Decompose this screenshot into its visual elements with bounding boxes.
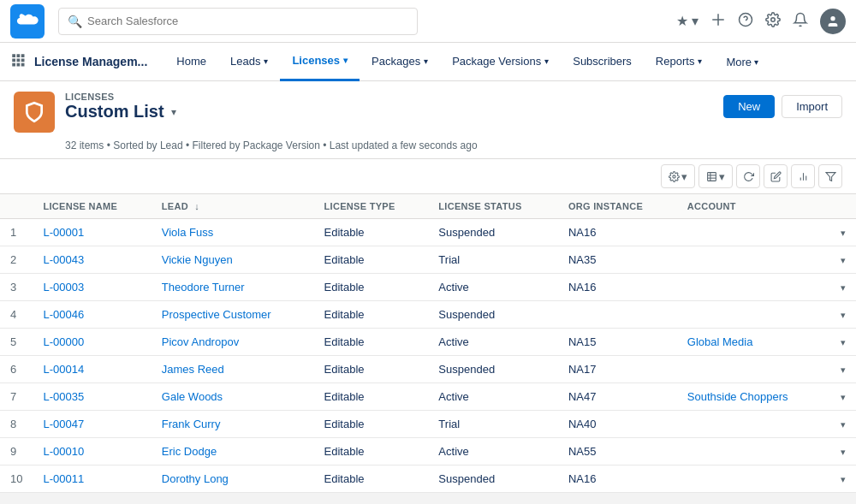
license-name-link[interactable]: L-00047	[43, 418, 84, 430]
license-type-cell: Editable	[314, 465, 429, 493]
license-name-link[interactable]: L-00043	[43, 253, 84, 266]
license-name-link[interactable]: L-00003	[43, 281, 84, 294]
title-dropdown-arrow[interactable]: ▾	[171, 106, 176, 118]
favorites-icon[interactable]: ★ ▾	[676, 13, 698, 29]
add-icon[interactable]	[710, 12, 726, 31]
page-title-area: LICENSES Custom List ▾	[65, 92, 723, 122]
tab-licenses[interactable]: Licenses ▾	[280, 43, 360, 81]
tab-leads[interactable]: Leads ▾	[218, 43, 280, 81]
col-license-status[interactable]: License Status	[428, 194, 558, 219]
table-container: License Name Lead ↓ License Type License…	[0, 194, 856, 493]
tab-home-label: Home	[176, 55, 206, 68]
search-input[interactable]	[87, 15, 408, 27]
lead-link[interactable]: Prospective Customer	[162, 308, 271, 321]
row-dropdown-btn[interactable]: ▾	[841, 447, 846, 457]
col-org-instance[interactable]: Org Instance	[558, 194, 677, 219]
row-dropdown-btn[interactable]: ▾	[841, 255, 846, 265]
lead-link[interactable]: Dorothy Long	[162, 472, 229, 485]
account-link[interactable]: Southside Choppers	[687, 390, 788, 403]
leads-dropdown-arrow: ▾	[264, 56, 268, 66]
chart-btn[interactable]	[791, 164, 815, 188]
breadcrumb: LICENSES	[65, 92, 723, 102]
row-dropdown-btn[interactable]: ▾	[841, 474, 846, 484]
lead-link[interactable]: Eric Dodge	[162, 445, 217, 458]
row-dropdown-btn[interactable]: ▾	[841, 310, 846, 320]
view-toggle-btn[interactable]: ▾	[698, 164, 733, 188]
list-toolbar: ▾ ▾	[0, 159, 856, 194]
col-license-name[interactable]: License Name	[33, 194, 151, 219]
help-icon[interactable]	[738, 12, 753, 31]
tab-packages[interactable]: Packages ▾	[360, 43, 440, 81]
license-status-cell: Active	[428, 383, 558, 411]
row-dropdown-btn[interactable]: ▾	[841, 419, 846, 430]
top-nav: 🔍 ★ ▾	[0, 0, 856, 43]
settings-toolbar-btn[interactable]: ▾	[661, 164, 695, 188]
license-name-link[interactable]: L-00011	[43, 472, 84, 485]
search-bar[interactable]: 🔍	[58, 8, 418, 35]
refresh-btn[interactable]	[736, 164, 760, 188]
avatar[interactable]	[820, 9, 846, 34]
license-status-cell: Suspended	[428, 219, 558, 246]
row-dropdown-btn[interactable]: ▾	[841, 282, 846, 293]
tab-reports[interactable]: Reports ▾	[644, 43, 715, 81]
col-license-type[interactable]: License Type	[314, 194, 429, 219]
tab-package-versions[interactable]: Package Versions ▾	[440, 43, 561, 81]
svg-rect-9	[12, 58, 15, 62]
grid-icon[interactable]	[10, 52, 26, 72]
row-dropdown-btn[interactable]: ▾	[841, 392, 846, 402]
tab-subscribers[interactable]: Subscribers	[561, 43, 644, 81]
new-button[interactable]: New	[723, 95, 775, 118]
table-row: 8 L-00047 Frank Curry Editable Trial NA4…	[0, 411, 856, 438]
row-action-cell: ▾	[829, 246, 856, 274]
license-name-cell: L-00001	[33, 219, 151, 246]
col-account[interactable]: Account	[677, 194, 829, 219]
row-dropdown-btn[interactable]: ▾	[841, 337, 846, 347]
lead-cell: James Reed	[152, 356, 314, 383]
account-cell	[677, 246, 829, 274]
tab-home[interactable]: Home	[164, 43, 218, 81]
row-dropdown-btn[interactable]: ▾	[841, 365, 846, 375]
svg-rect-7	[17, 54, 21, 57]
account-cell: Southside Choppers	[677, 383, 829, 411]
license-type-cell: Editable	[314, 438, 429, 465]
col-lead[interactable]: Lead ↓	[152, 194, 314, 219]
license-type-cell: Editable	[314, 383, 429, 411]
row-action-cell: ▾	[829, 219, 856, 246]
table-row: 2 L-00043 Vickie Nguyen Editable Trial N…	[0, 246, 856, 274]
package-versions-dropdown-arrow: ▾	[544, 56, 549, 66]
lead-link[interactable]: Frank Curry	[162, 418, 221, 430]
salesforce-logo[interactable]	[10, 4, 45, 39]
lead-link[interactable]: Viola Fuss	[162, 226, 213, 239]
license-name-link[interactable]: L-00010	[43, 445, 84, 458]
table-row: 1 L-00001 Viola Fuss Editable Suspended …	[0, 219, 856, 246]
lead-link[interactable]: James Reed	[162, 363, 224, 376]
lead-link[interactable]: Gale Woods	[162, 390, 223, 403]
license-name-cell: L-00000	[33, 329, 151, 356]
account-cell	[677, 411, 829, 438]
row-dropdown-btn[interactable]: ▾	[841, 228, 846, 238]
account-cell	[677, 274, 829, 301]
lead-cell: Prospective Customer	[152, 301, 314, 329]
license-name-cell: L-00014	[33, 356, 151, 383]
license-type-cell: Editable	[314, 411, 429, 438]
import-button[interactable]: Import	[782, 95, 842, 118]
license-name-link[interactable]: L-00001	[43, 226, 84, 239]
settings-icon[interactable]	[765, 12, 781, 31]
edit-btn[interactable]	[764, 164, 788, 188]
row-action-cell: ▾	[829, 465, 856, 493]
lead-link[interactable]: Vickie Nguyen	[162, 253, 233, 266]
notifications-icon[interactable]	[793, 12, 808, 31]
lead-link[interactable]: Theodore Turner	[162, 281, 245, 294]
account-link[interactable]: Global Media	[687, 335, 753, 348]
license-name-link[interactable]: L-00035	[43, 390, 84, 403]
licenses-table: License Name Lead ↓ License Type License…	[0, 194, 856, 493]
license-name-link[interactable]: L-00000	[43, 335, 84, 348]
tab-more[interactable]: More ▾	[714, 43, 770, 81]
lead-link[interactable]: Picov Andropov	[162, 335, 239, 348]
app-nav: License Managem... Home Leads ▾ Licenses…	[0, 43, 856, 81]
table-row: 3 L-00003 Theodore Turner Editable Activ…	[0, 274, 856, 301]
filter-btn[interactable]	[818, 164, 842, 188]
license-name-link[interactable]: L-00046	[43, 308, 84, 321]
license-status-cell: Trial	[428, 246, 558, 274]
license-name-link[interactable]: L-00014	[43, 363, 84, 376]
